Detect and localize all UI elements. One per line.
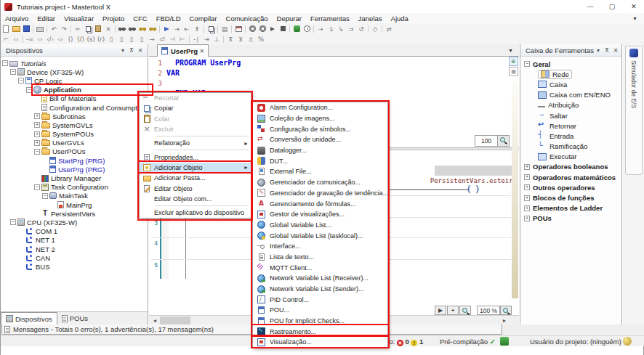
new-file-icon[interactable] (1, 24, 11, 33)
collapse-icon[interactable]: − (34, 184, 40, 190)
collapse-icon[interactable]: − (34, 149, 40, 155)
tree-item-tutoriais[interactable]: −Tutoriais (1, 59, 148, 68)
edit-object-icon[interactable]: ▤ (220, 24, 230, 33)
collapse-icon[interactable]: − (2, 60, 8, 66)
scroll-thumb[interactable] (160, 317, 190, 325)
tree-item-mainprg[interactable]: MainPrg (1, 200, 148, 209)
tree-item-subrotinas[interactable]: +Subrotinas (1, 112, 148, 121)
context-menu-refatora-o[interactable]: Refatoração► (140, 138, 251, 148)
submenu-cole-o-de-imagens-[interactable]: Coleção de imagens... (253, 113, 387, 124)
context-menu-propriedades-[interactable]: Propriedades... (140, 152, 251, 162)
context-menu-excluir-aplicativo-do-dispositivo[interactable]: Excluir aplicativo do dispositivo (140, 208, 251, 218)
menu-depurar[interactable]: Depurar (273, 15, 306, 23)
tree-item-task-configuration[interactable]: −Task Configuration (1, 183, 148, 192)
save-project-icon[interactable] (21, 24, 31, 33)
step-out-icon[interactable]: ↳ (336, 24, 346, 33)
submenu-external-file-[interactable]: External File... (253, 166, 387, 177)
coil-icon[interactable]: ) (475, 184, 480, 195)
scroll-left-arrow[interactable]: ◄ (150, 317, 159, 325)
st-zoom-icon[interactable] (498, 135, 510, 147)
submenu-pou-for-implicit-checks-[interactable]: POU for Implicit Checks... (253, 316, 387, 327)
close-button[interactable]: ✕ (623, 1, 644, 12)
ld-set-icon[interactable]: ⊥ (212, 35, 222, 44)
ld-jump-icon[interactable]: → (147, 35, 157, 44)
submenu-alarm-configuration-[interactable]: Alarm Configuration... (253, 102, 387, 113)
submenu-convers-o-de-unidade-[interactable]: Conversão de unidade... (253, 134, 387, 145)
tree-item-userprg-prg-[interactable]: UserPrg (PRG) (1, 165, 148, 174)
flow-control-icon[interactable]: ◇ (370, 24, 380, 33)
menu-visualizar[interactable]: Visualizar (60, 15, 98, 23)
menu-editar[interactable]: Editar (33, 15, 60, 23)
submenu-pou-[interactable]: POU... (253, 305, 387, 316)
tree-item-userpous[interactable]: −UserPOUs (1, 147, 148, 156)
expand-icon[interactable]: + (34, 140, 40, 146)
ld-box3-icon[interactable]: ▯ (137, 35, 147, 44)
tree-item-application[interactable]: −Application (1, 86, 148, 94)
collapse-icon[interactable]: − (26, 87, 32, 93)
context-menu-adicionar-pasta-[interactable]: Adicionar Pasta... (140, 173, 251, 183)
menu-ferramentas[interactable]: Ferramentas (306, 15, 354, 23)
bookmark-prev-icon[interactable]: ⇤ (182, 24, 192, 33)
ld-contact-icon[interactable]: ‹› (35, 35, 45, 44)
tab-close-icon[interactable]: ✕ (200, 48, 205, 54)
tree-item-device-xf325-w-[interactable]: −Device (XF325-W) (1, 68, 148, 76)
ld-up-icon[interactable]: ⊼ (225, 35, 236, 44)
submenu-gerenciador-de-comunica-o-[interactable]: Gerenciador de comunicação... (253, 177, 387, 188)
generate-code-icon[interactable] (247, 24, 257, 33)
ld-coil-reset-icon[interactable]: (r) (96, 35, 106, 44)
tree-item-persistentvars[interactable]: PersistentVars (1, 209, 148, 218)
expand-icon[interactable]: + (34, 131, 40, 137)
delete-icon[interactable]: ✕ (103, 24, 113, 33)
refresh-icon[interactable]: ⇄ (384, 24, 394, 33)
submenu-dut-[interactable]: DUT... (253, 155, 387, 166)
close-icon[interactable]: ✕ (136, 47, 145, 54)
run-icon[interactable] (267, 24, 278, 33)
collapse-icon[interactable]: − (524, 61, 530, 67)
toolbox-caixa[interactable]: Caixa (520, 79, 621, 89)
restore-button[interactable]: ▢ (601, 1, 623, 12)
find-in-project-icon[interactable] (137, 24, 148, 33)
collapse-icon[interactable]: − (18, 78, 24, 83)
ld-down-icon[interactable]: ⊻ (236, 35, 246, 44)
ld-coil-neg-icon[interactable]: (/) (76, 35, 86, 44)
ld-box-icon[interactable]: ▯ (106, 35, 116, 44)
login-icon[interactable] (291, 24, 302, 33)
ld-view-button[interactable]: ⊞ (509, 57, 518, 66)
expand-icon[interactable]: + (524, 195, 530, 201)
ld-misc-icon[interactable]: ± (246, 35, 256, 44)
submenu-mqtt-client-[interactable]: MQTT Client... (253, 262, 387, 273)
submenu-network-variable-list-sender-[interactable]: Network Variable List (Sender)... (253, 284, 387, 295)
bookmark-clear-icon[interactable]: ⇞ (192, 24, 202, 33)
ld-coil-icon[interactable]: () (65, 35, 76, 44)
tree-item-net-2[interactable]: NET 2 (1, 245, 148, 253)
tree-item-startprg-prg-[interactable]: StartPrg (PRG) (1, 156, 148, 165)
find-icon[interactable] (117, 24, 127, 33)
ld-coil-set-icon[interactable]: (s) (86, 35, 96, 44)
toolbox-executar[interactable]: Executar (520, 152, 621, 162)
toolbox-saltar[interactable]: Saltar (520, 110, 621, 121)
menu-arquivo[interactable]: Arquivo (1, 15, 33, 23)
context-menu-excluir[interactable]: Excluir (140, 124, 251, 134)
collapse-icon[interactable]: − (10, 69, 16, 75)
menu-projeto[interactable]: Projeto (98, 15, 129, 23)
ld-misc2-icon[interactable]: % (256, 35, 266, 44)
tree-item-usergvls[interactable]: +UserGVLs (1, 139, 148, 147)
ld-box-en-icon[interactable]: ▯ (116, 35, 126, 44)
run-to-cursor-icon[interactable]: ⇒ (346, 24, 356, 33)
tree-item-can[interactable]: CAN (1, 253, 148, 262)
menu-fbdld[interactable]: FBD/LD (152, 15, 185, 23)
generate-code2-icon[interactable] (257, 24, 267, 33)
submenu-lista-de-texto-[interactable]: Lista de texto... (253, 252, 387, 263)
pointer-tool-button[interactable]: ▶ (435, 306, 446, 315)
network-number[interactable]: 4 (149, 240, 158, 247)
expand-icon[interactable]: + (34, 122, 40, 128)
coil-icon[interactable]: ( (466, 184, 472, 195)
context-menu-recortar[interactable]: Recortar (140, 93, 251, 103)
submenu-datalogger-[interactable]: Datalogger... (253, 145, 387, 156)
tree-item-net-1[interactable]: NET 1 (1, 236, 148, 245)
network-number[interactable]: 5 (149, 261, 158, 269)
minimize-button[interactable]: — (579, 1, 601, 12)
pin-icon[interactable]: ⊼ (603, 47, 611, 54)
expand-icon[interactable]: + (34, 113, 40, 119)
menu-cfc[interactable]: CFC (129, 15, 152, 23)
